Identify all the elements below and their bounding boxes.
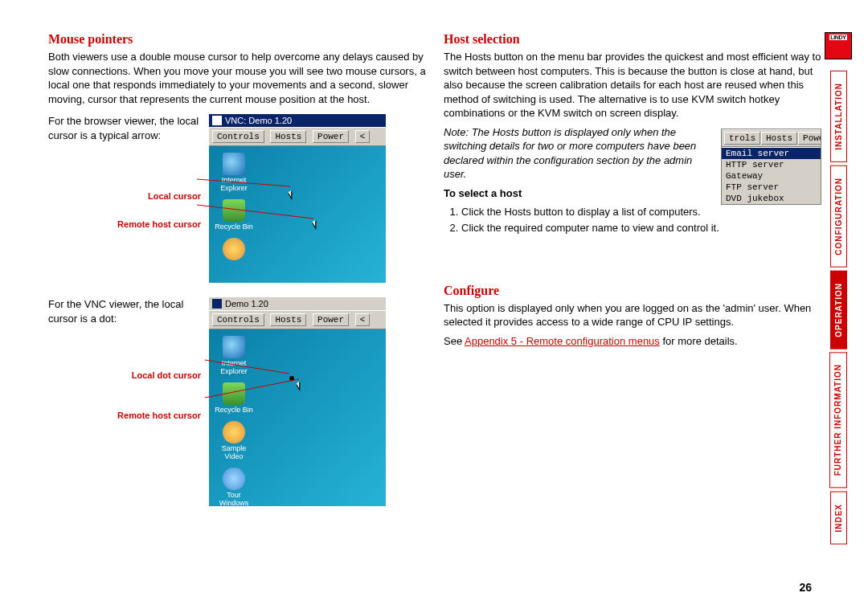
nav-operation[interactable]: OPERATION: [830, 271, 847, 349]
window-title-2: Demo 1.20: [225, 299, 268, 309]
desktop-icon-bin: Recycle Bin: [214, 199, 254, 231]
vnc-caption: For the VNC viewer, the local cursor is …: [48, 298, 183, 325]
remote-cursor-arrow-2: [296, 380, 308, 392]
configure-see-line: See Appendix 5 - Remote configuration me…: [444, 334, 821, 349]
window-titlebar: VNC: Demo 1.20: [209, 114, 386, 127]
dropdown-toolbar: trolsHostsPower: [722, 129, 821, 147]
appendix-link[interactable]: Appendix 5 - Remote configuration menus: [465, 335, 660, 347]
local-cursor-arrow: [288, 189, 300, 201]
screenshot-vnc-viewer: Demo 1.20 Controls Hosts Power < Interne…: [209, 297, 386, 506]
desktop-icon-ie: Internet Explorer: [214, 153, 254, 193]
host-item-dvd[interactable]: DVD jukebox: [722, 193, 821, 204]
screenshot-browser-viewer: VNC: Demo 1.20 Controls Hosts Power < In…: [209, 114, 386, 283]
host-item-email[interactable]: Email server: [722, 148, 821, 159]
hosts-menu: Email server HTTP server Gateway FTP ser…: [722, 147, 821, 204]
annot-local-dot-cursor: Local dot cursor: [48, 370, 209, 382]
vnc-icon: [212, 299, 222, 309]
desktop: Internet Explorer Recycle Bin: [209, 146, 386, 283]
see-suffix: for more details.: [660, 335, 738, 347]
nav-installation[interactable]: INSTALLATION: [830, 71, 847, 162]
annot-local-cursor: Local cursor: [48, 190, 209, 202]
browser-caption: For the browser viewer, the local cursor…: [48, 115, 199, 141]
controls-button-frag[interactable]: trols: [724, 132, 760, 145]
vnc-icon: [212, 116, 222, 125]
configure-para: This option is displayed only when you a…: [444, 301, 821, 329]
page-number: 26: [799, 581, 812, 594]
desktop-icon-sample: Sample Video: [214, 421, 254, 461]
lindy-logo: LINDY: [825, 32, 852, 59]
heading-mouse-pointers: Mouse pointers: [48, 32, 426, 47]
annot-remote-cursor: Remote host cursor: [48, 219, 209, 231]
desktop-icon-tour: Tour Windows XP: [214, 468, 254, 507]
remote-cursor-arrow: [312, 219, 324, 231]
host-note: Note: The Hosts button is displayed only…: [444, 125, 709, 182]
toolbar-2: Controls Hosts Power <: [209, 310, 386, 329]
desktop-2: Internet Explorer Recycle Bin Sample Vid…: [209, 329, 386, 506]
nav-index[interactable]: INDEX: [830, 492, 847, 545]
heading-host-selection: Host selection: [444, 32, 821, 47]
toolbar: Controls Hosts Power <: [209, 127, 386, 146]
hosts-button[interactable]: Hosts: [270, 130, 306, 143]
power-button[interactable]: Power: [313, 130, 349, 143]
annot-remote-cursor-2: Remote host cursor: [48, 410, 209, 422]
power-button[interactable]: Power: [798, 132, 821, 145]
desktop-icon-bin: Recycle Bin: [214, 382, 254, 415]
desktop-icon-media: [214, 238, 254, 260]
host-item-http[interactable]: HTTP server: [722, 159, 821, 170]
heading-configure: Configure: [444, 284, 821, 298]
step-2: Click the required computer name to view…: [461, 221, 735, 235]
window-titlebar-2: Demo 1.20: [209, 297, 386, 310]
host-item-gateway[interactable]: Gateway: [722, 170, 821, 182]
controls-button[interactable]: Controls: [212, 130, 264, 143]
controls-button[interactable]: Controls: [212, 313, 264, 326]
desktop-icon-ie: Internet Explorer: [214, 336, 254, 376]
intro-para: Both viewers use a double mouse cursor t…: [48, 50, 426, 106]
screenshot-hosts-dropdown: trolsHostsPower Email server HTTP server…: [721, 129, 821, 205]
scroll-left[interactable]: <: [355, 130, 371, 143]
host-para: The Hosts button on the menu bar provide…: [444, 50, 821, 121]
hosts-button[interactable]: Hosts: [761, 132, 797, 145]
see-prefix: See: [444, 335, 465, 347]
host-item-ftp[interactable]: FTP server: [722, 182, 821, 193]
scroll-left[interactable]: <: [355, 313, 371, 326]
hosts-button[interactable]: Hosts: [270, 313, 306, 326]
step-1: Click the Hosts button to display a list…: [461, 205, 735, 219]
window-title: VNC: Demo 1.20: [225, 116, 292, 125]
nav-configuration[interactable]: CONFIGURATION: [830, 166, 847, 268]
nav-further-information[interactable]: FURTHER INFORMATION: [829, 352, 847, 488]
right-rail: LINDY INSTALLATION CONFIGURATION OPERATI…: [823, 32, 854, 544]
power-button[interactable]: Power: [313, 313, 349, 326]
local-cursor-dot: [289, 376, 294, 381]
